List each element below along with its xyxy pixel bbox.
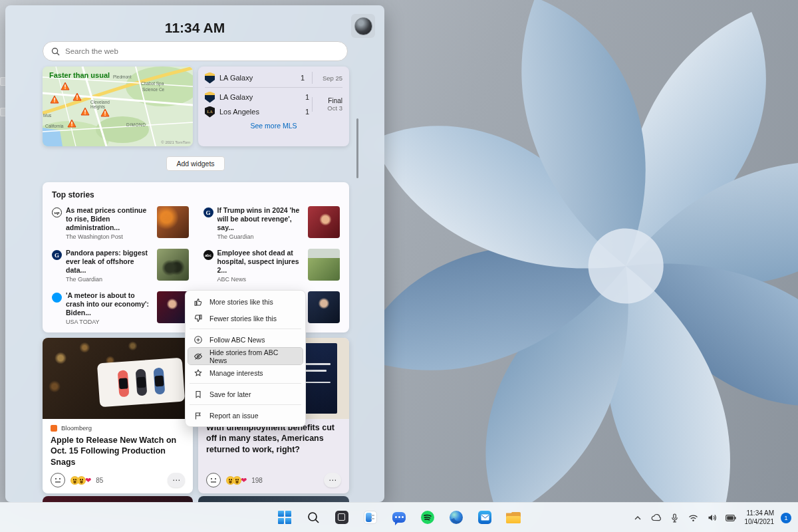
web-search-bar[interactable]: [43, 41, 348, 61]
tray-clock[interactable]: 11:34 AM 10/4/2021: [742, 508, 777, 527]
panel-clock: 11:34 AM: [5, 20, 384, 36]
story-thumbnail: [308, 206, 340, 238]
folder-icon: [506, 512, 521, 523]
tray-volume-icon[interactable]: [705, 509, 720, 527]
story-title: Pandora papers: biggest ever leak of off…: [66, 249, 153, 275]
notification-count-badge[interactable]: 1: [781, 513, 791, 523]
taskbar-file-explorer-button[interactable]: [502, 506, 525, 529]
game-status: Final: [317, 97, 342, 104]
menu-divider: [190, 329, 301, 329]
taskbar-chat-button[interactable]: [388, 506, 410, 529]
story-thumbnail: [308, 249, 340, 281]
story-thumbnail: [157, 206, 189, 238]
la-galaxy-logo-icon: [205, 92, 215, 103]
tray-onedrive-cloud-icon[interactable]: [649, 509, 664, 527]
see-more-mls-link[interactable]: See more MLS: [205, 122, 342, 130]
map-label: DIMOND: [126, 122, 146, 127]
sports-widget[interactable]: LA Galaxy 1 Sep 25 LA Galaxy 1 LA Los An…: [198, 66, 349, 146]
menu-item-label: Follow ABC News: [209, 336, 265, 344]
tray-chevron-up-icon[interactable]: [630, 509, 645, 527]
sports-game1-row[interactable]: LA Galaxy 1 Sep 25: [205, 70, 342, 85]
news-card-bloomberg[interactable]: Bloomberg Apple to Release New Watch on …: [43, 338, 193, 493]
taskbar-widgets-button[interactable]: [359, 506, 382, 529]
game-date: Sep 25: [312, 72, 342, 84]
divider: [205, 87, 342, 88]
team-score: 1: [300, 93, 309, 101]
taskbar-task-view-button[interactable]: [331, 506, 353, 529]
map-attribution: © 2021 TomTom: [161, 140, 190, 144]
reaction-emojis: ❤: [226, 476, 247, 485]
team-name: LA Galaxy: [219, 93, 295, 101]
team-score: 1: [300, 108, 309, 116]
story-source: USA TODAY: [66, 319, 153, 325]
map-label: Science Ce: [142, 87, 164, 92]
tray-battery-icon[interactable]: [724, 509, 738, 527]
map-label: Piedmont: [113, 74, 131, 79]
search-input[interactable]: [65, 47, 339, 55]
map-label: Mus: [43, 113, 51, 118]
washington-post-icon: wp: [52, 207, 62, 217]
menu-item-save-for-later[interactable]: Save for later: [188, 386, 303, 402]
add-reaction-button[interactable]: [51, 473, 65, 487]
menu-item-follow-abc-news[interactable]: Follow ABC News: [188, 331, 303, 348]
hide-eye-icon: [194, 352, 203, 361]
card-more-button[interactable]: ⋯: [168, 473, 185, 487]
traffic-widget[interactable]: Faster than usual Piedmont Chabot Spa Sc…: [43, 66, 193, 146]
sports-game2-block[interactable]: LA Galaxy 1 LA Los Angeles 1 Final Oct 3: [205, 90, 342, 119]
story-context-menu: More stories like this Fewer stories lik…: [185, 290, 306, 427]
avatar: [354, 17, 372, 35]
story-item[interactable]: 'A meteor is about to crash into our eco…: [52, 291, 189, 327]
story-title: Employee shot dead at hospital, suspect …: [217, 249, 305, 275]
menu-item-manage-interests[interactable]: Manage interests: [188, 364, 303, 381]
task-view-icon: [335, 511, 348, 524]
card-more-button[interactable]: ⋯: [324, 473, 341, 487]
panel-scrollbar[interactable]: [356, 118, 358, 178]
menu-item-fewer-stories[interactable]: Fewer stories like this: [188, 310, 303, 327]
la-galaxy-logo-icon: [205, 72, 215, 84]
top-stories-title: Top stories: [52, 190, 340, 200]
team-score: 1: [295, 74, 305, 82]
taskbar-start-button[interactable]: [273, 506, 296, 529]
map-label: Cleveland Heights: [90, 100, 114, 110]
story-item[interactable]: wp As meat prices continue to rise, Bide…: [52, 206, 189, 242]
thumbs-up-icon: [194, 297, 203, 307]
card-title: Apple to Release New Watch on Oct. 15 Fo…: [43, 432, 193, 467]
widgets-icon: [364, 511, 377, 524]
menu-item-label: Fewer stories like this: [209, 315, 277, 323]
reaction-count: 198: [251, 477, 263, 484]
reaction-count: 85: [96, 477, 103, 484]
menu-item-label: Report an issue: [209, 412, 259, 420]
next-card-partial: [198, 496, 349, 502]
account-button[interactable]: [351, 14, 375, 38]
taskbar-search-button[interactable]: [302, 506, 325, 529]
team-name: Los Angeles: [219, 108, 295, 116]
bookmark-icon: [194, 390, 203, 399]
menu-item-label: Save for later: [209, 390, 251, 398]
story-item[interactable]: abc Employee shot dead at hospital, susp…: [203, 249, 340, 285]
story-source: The Washington Post: [66, 233, 153, 240]
story-source: ABC News: [217, 276, 305, 283]
story-item[interactable]: G If Trump wins in 2024 'he will be abou…: [203, 206, 340, 242]
thumbs-down-icon: [194, 314, 203, 323]
story-item[interactable]: G Pandora papers: biggest ever leak of o…: [52, 249, 189, 285]
menu-divider: [190, 404, 301, 405]
tray-wifi-icon[interactable]: [686, 509, 701, 527]
taskbar-spotify-button[interactable]: [416, 506, 439, 529]
add-widgets-button[interactable]: Add widgets: [166, 156, 225, 171]
menu-item-more-stories[interactable]: More stories like this: [188, 293, 303, 310]
map-label: Chabot Spa: [141, 81, 164, 86]
taskbar-edge-button[interactable]: [445, 506, 467, 529]
menu-item-label: More stories like this: [209, 298, 273, 306]
taskbar-mail-button[interactable]: [473, 506, 496, 529]
tray-microphone-icon[interactable]: [668, 509, 682, 527]
spotify-icon: [420, 510, 435, 525]
add-reaction-button[interactable]: [206, 473, 221, 487]
next-card-partial: [43, 496, 193, 502]
story-source: The Guardian: [217, 233, 305, 240]
game-date: Oct 3: [317, 104, 342, 112]
heart-icon: ❤: [85, 477, 91, 484]
tray-date: 10/4/2021: [745, 518, 775, 527]
news-card-image: [43, 338, 193, 419]
menu-item-report-an-issue[interactable]: Report an issue: [188, 407, 303, 424]
menu-item-hide-stories-abc-news[interactable]: Hide stories from ABC News: [188, 348, 303, 364]
